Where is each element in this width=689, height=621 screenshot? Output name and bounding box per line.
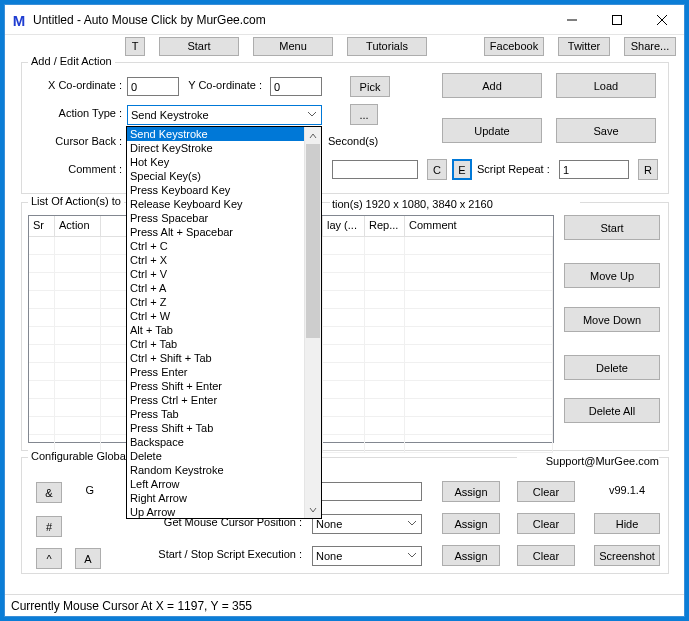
update-button[interactable]: Update (442, 118, 542, 143)
resolution-info: tion(s) 1920 x 1080, 3840 x 2160 (330, 198, 580, 210)
add-button[interactable]: Add (442, 73, 542, 98)
move-up-button[interactable]: Move Up (564, 263, 660, 288)
delete-button[interactable]: Delete (564, 355, 660, 380)
start-script-button[interactable]: Start (564, 215, 660, 240)
dropdown-item[interactable]: Special Key(s) (127, 169, 304, 183)
script-repeat-input[interactable] (559, 160, 629, 179)
app-window: M Untitled - Auto Mouse Click by MurGee.… (4, 4, 685, 617)
col-action[interactable]: Action (55, 216, 101, 237)
x-coord-label: X Co-ordinate : (22, 79, 122, 91)
dropdown-item[interactable]: Ctrl + X (127, 253, 304, 267)
e-button[interactable]: E (452, 159, 472, 180)
dropdown-item[interactable]: Press Alt + Spacebar (127, 225, 304, 239)
row1-input[interactable] (312, 482, 422, 501)
dropdown-item[interactable]: Press Spacebar (127, 211, 304, 225)
action-type-select[interactable]: Send Keystroke (127, 105, 322, 125)
global-shortcuts-group: Configurable Globa Support@MurGee.com & … (21, 457, 669, 574)
maximize-button[interactable] (594, 5, 639, 35)
close-button[interactable] (639, 5, 684, 35)
dropdown-item[interactable]: Ctrl + A (127, 281, 304, 295)
c-button[interactable]: C (427, 159, 447, 180)
y-coord-input[interactable] (270, 77, 322, 96)
x-coord-input[interactable] (127, 77, 179, 96)
r-button[interactable]: R (638, 159, 658, 180)
dropdown-item[interactable]: Press Shift + Tab (127, 421, 304, 435)
amp-button[interactable]: & (36, 482, 62, 503)
scroll-down-icon[interactable] (305, 501, 321, 518)
dropdown-item[interactable]: Press Keyboard Key (127, 183, 304, 197)
clear-2-button[interactable]: Clear (517, 513, 575, 534)
add-edit-action-group: Add / Edit Action X Co-ordinate : Y Co-o… (21, 62, 669, 194)
caret-button[interactable]: ^ (36, 548, 62, 569)
content-area: Add / Edit Action X Co-ordinate : Y Co-o… (5, 57, 684, 594)
col-sr[interactable]: Sr (29, 216, 55, 237)
svg-rect-1 (612, 15, 621, 24)
move-down-button[interactable]: Move Down (564, 307, 660, 332)
comment-input[interactable] (332, 160, 418, 179)
dropdown-item[interactable]: Delete (127, 449, 304, 463)
screenshot-button[interactable]: Screenshot (594, 545, 660, 566)
dropdown-item[interactable]: Ctrl + V (127, 267, 304, 281)
twitter-button[interactable]: Twitter (558, 37, 610, 56)
cursor-back-label: Cursor Back : (22, 135, 122, 147)
pick-button[interactable]: Pick (350, 76, 390, 97)
dropdown-item[interactable]: Random Keystroke (127, 463, 304, 477)
hash-button[interactable]: # (36, 516, 62, 537)
clear-3-button[interactable]: Clear (517, 545, 575, 566)
status-text: Currently Mouse Cursor At X = 1197, Y = … (11, 599, 252, 613)
assign-3-button[interactable]: Assign (442, 545, 500, 566)
action-type-dropdown: Send KeystrokeDirect KeyStrokeHot KeySpe… (126, 126, 322, 519)
t-button[interactable]: T (125, 37, 145, 56)
dropdown-item[interactable]: Hot Key (127, 155, 304, 169)
dropdown-item[interactable]: Alt + Tab (127, 323, 304, 337)
dropdown-item[interactable]: Press Ctrl + Enter (127, 393, 304, 407)
dropdown-item[interactable]: Ctrl + Z (127, 295, 304, 309)
row2-value: None (316, 518, 342, 530)
dropdown-item[interactable]: Release Keyboard Key (127, 197, 304, 211)
list-legend: List Of Action(s) to (28, 195, 124, 207)
tutorials-button[interactable]: Tutorials (347, 37, 427, 56)
dropdown-item[interactable]: Right Arrow (127, 491, 304, 505)
assign-2-button[interactable]: Assign (442, 513, 500, 534)
dropdown-item[interactable]: Backspace (127, 435, 304, 449)
dropdown-item[interactable]: Ctrl + C (127, 239, 304, 253)
facebook-button[interactable]: Facebook (484, 37, 544, 56)
script-repeat-label: Script Repeat : (477, 163, 557, 175)
dropdown-item[interactable]: Up Arrow (127, 505, 304, 518)
start-toolbar-button[interactable]: Start (159, 37, 239, 56)
list-of-actions-group: List Of Action(s) to tion(s) 1920 x 1080… (21, 202, 669, 451)
dropdown-item[interactable]: Ctrl + W (127, 309, 304, 323)
row2-select[interactable]: None (312, 514, 422, 534)
dropdown-item[interactable]: Press Shift + Enter (127, 379, 304, 393)
dropdown-scrollbar[interactable] (304, 127, 321, 518)
minimize-button[interactable] (549, 5, 594, 35)
dropdown-item[interactable]: Press Enter (127, 365, 304, 379)
dropdown-item[interactable]: Direct KeyStroke (127, 141, 304, 155)
row3-select[interactable]: None (312, 546, 422, 566)
dropdown-item[interactable]: Left Arrow (127, 477, 304, 491)
col-comment[interactable]: Comment (405, 216, 553, 237)
save-button[interactable]: Save (556, 118, 656, 143)
col-delay[interactable]: lay (... (323, 216, 365, 237)
action-type-more-button[interactable]: ... (350, 104, 378, 125)
dropdown-item[interactable]: Ctrl + Shift + Tab (127, 351, 304, 365)
global-legend: Configurable Globa (28, 450, 129, 462)
dropdown-item[interactable]: Press Tab (127, 407, 304, 421)
load-button[interactable]: Load (556, 73, 656, 98)
clear-1-button[interactable]: Clear (517, 481, 575, 502)
action-type-value: Send Keystroke (131, 109, 209, 121)
menu-button[interactable]: Menu (253, 37, 333, 56)
scroll-thumb[interactable] (306, 144, 320, 338)
hide-button[interactable]: Hide (594, 513, 660, 534)
dropdown-list[interactable]: Send KeystrokeDirect KeyStrokeHot KeySpe… (127, 127, 321, 518)
col-repeat[interactable]: Rep... (365, 216, 405, 237)
scroll-up-icon[interactable] (305, 127, 321, 144)
toolbar: T Start Menu Tutorials Facebook Twitter … (5, 35, 684, 57)
support-link[interactable]: Support@MurGee.com (517, 455, 659, 467)
version-label: v99.1.4 (594, 484, 660, 496)
share-button[interactable]: Share... (624, 37, 676, 56)
dropdown-item[interactable]: Ctrl + Tab (127, 337, 304, 351)
dropdown-item[interactable]: Send Keystroke (127, 127, 304, 141)
assign-1-button[interactable]: Assign (442, 481, 500, 502)
delete-all-button[interactable]: Delete All (564, 398, 660, 423)
